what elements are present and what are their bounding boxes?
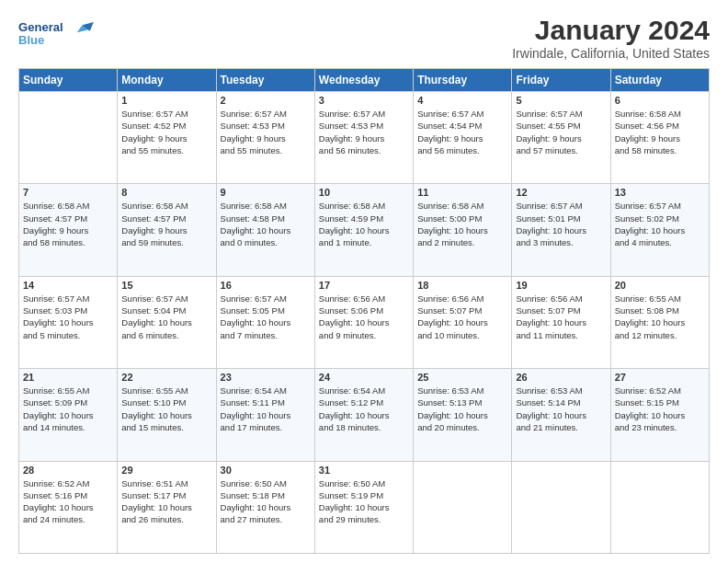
day-number: 7	[23, 187, 113, 198]
svg-text:Blue: Blue	[18, 33, 44, 47]
calendar-cell: 19Sunrise: 6:56 AMSunset: 5:07 PMDayligh…	[512, 276, 610, 368]
calendar-cell: 23Sunrise: 6:54 AMSunset: 5:11 PMDayligh…	[216, 369, 314, 461]
calendar-cell: 7Sunrise: 6:58 AMSunset: 4:57 PMDaylight…	[19, 184, 118, 276]
calendar-week-2: 7Sunrise: 6:58 AMSunset: 4:57 PMDaylight…	[19, 184, 710, 276]
calendar-cell: 26Sunrise: 6:53 AMSunset: 5:14 PMDayligh…	[512, 369, 610, 461]
calendar-cell: 4Sunrise: 6:57 AMSunset: 4:54 PMDaylight…	[414, 92, 512, 184]
day-info: Sunrise: 6:57 AMSunset: 4:53 PMDaylight:…	[319, 108, 409, 156]
day-info: Sunrise: 6:55 AMSunset: 5:08 PMDaylight:…	[615, 293, 705, 341]
calendar-cell: 16Sunrise: 6:57 AMSunset: 5:05 PMDayligh…	[216, 276, 314, 368]
calendar-cell: 14Sunrise: 6:57 AMSunset: 5:03 PMDayligh…	[19, 276, 118, 368]
day-number: 16	[221, 280, 311, 291]
header-wednesday: Wednesday	[314, 69, 413, 92]
day-info: Sunrise: 6:57 AMSunset: 4:53 PMDaylight:…	[221, 108, 311, 156]
calendar-header-row: Sunday Monday Tuesday Wednesday Thursday…	[19, 69, 710, 92]
day-number: 30	[221, 465, 311, 476]
day-info: Sunrise: 6:51 AMSunset: 5:17 PMDaylight:…	[121, 477, 211, 526]
calendar-cell: 3Sunrise: 6:57 AMSunset: 4:53 PMDaylight…	[314, 92, 413, 184]
day-number: 28	[23, 465, 113, 476]
calendar-cell: 9Sunrise: 6:58 AMSunset: 4:58 PMDaylight…	[216, 184, 314, 276]
day-info: Sunrise: 6:57 AMSunset: 4:54 PMDaylight:…	[417, 108, 507, 156]
calendar-cell: 24Sunrise: 6:54 AMSunset: 5:12 PMDayligh…	[314, 369, 413, 461]
day-number: 25	[417, 372, 507, 383]
day-number: 17	[319, 280, 409, 291]
day-number: 29	[121, 465, 211, 476]
day-info: Sunrise: 6:55 AMSunset: 5:09 PMDaylight:…	[23, 385, 113, 433]
calendar-cell: 31Sunrise: 6:50 AMSunset: 5:19 PMDayligh…	[314, 461, 413, 553]
logo: General Blue	[18, 15, 101, 53]
day-number: 12	[516, 187, 606, 198]
day-number: 19	[516, 280, 606, 291]
calendar-week-4: 21Sunrise: 6:55 AMSunset: 5:09 PMDayligh…	[19, 369, 710, 461]
logo-svg: General Blue	[18, 15, 101, 53]
calendar-cell	[610, 461, 709, 553]
day-number: 8	[121, 187, 211, 198]
day-info: Sunrise: 6:54 AMSunset: 5:12 PMDaylight:…	[319, 385, 409, 433]
calendar-subtitle: Irwindale, California, United States	[512, 46, 710, 61]
day-info: Sunrise: 6:57 AMSunset: 5:01 PMDaylight:…	[516, 200, 606, 248]
title-block: January 2024 Irwindale, California, Unit…	[512, 15, 710, 61]
calendar-week-1: 1Sunrise: 6:57 AMSunset: 4:52 PMDaylight…	[19, 92, 710, 184]
svg-text:General: General	[18, 20, 63, 34]
calendar-cell: 27Sunrise: 6:52 AMSunset: 5:15 PMDayligh…	[610, 369, 709, 461]
day-info: Sunrise: 6:57 AMSunset: 5:05 PMDaylight:…	[221, 293, 311, 341]
calendar-cell	[512, 461, 610, 553]
header-thursday: Thursday	[414, 69, 512, 92]
day-number: 13	[615, 187, 705, 198]
calendar-cell: 12Sunrise: 6:57 AMSunset: 5:01 PMDayligh…	[512, 184, 610, 276]
calendar-cell: 28Sunrise: 6:52 AMSunset: 5:16 PMDayligh…	[19, 461, 118, 553]
day-info: Sunrise: 6:53 AMSunset: 5:14 PMDaylight:…	[516, 385, 606, 433]
day-info: Sunrise: 6:57 AMSunset: 5:03 PMDaylight:…	[23, 293, 113, 341]
calendar-cell: 25Sunrise: 6:53 AMSunset: 5:13 PMDayligh…	[414, 369, 512, 461]
header: General Blue January 2024 Irwindale, Cal…	[18, 15, 710, 61]
day-number: 18	[417, 280, 507, 291]
day-info: Sunrise: 6:58 AMSunset: 4:59 PMDaylight:…	[319, 200, 409, 248]
day-number: 11	[417, 187, 507, 198]
header-tuesday: Tuesday	[216, 69, 314, 92]
day-number: 27	[615, 372, 705, 383]
day-info: Sunrise: 6:57 AMSunset: 5:02 PMDaylight:…	[615, 200, 705, 248]
calendar-week-5: 28Sunrise: 6:52 AMSunset: 5:16 PMDayligh…	[19, 461, 710, 553]
day-number: 5	[516, 95, 606, 106]
calendar-cell: 5Sunrise: 6:57 AMSunset: 4:55 PMDaylight…	[512, 92, 610, 184]
day-info: Sunrise: 6:58 AMSunset: 5:00 PMDaylight:…	[417, 200, 507, 248]
day-number: 26	[516, 372, 606, 383]
header-monday: Monday	[118, 69, 216, 92]
calendar-cell	[19, 92, 118, 184]
calendar-cell: 15Sunrise: 6:57 AMSunset: 5:04 PMDayligh…	[118, 276, 216, 368]
day-info: Sunrise: 6:58 AMSunset: 4:56 PMDaylight:…	[615, 108, 705, 156]
day-info: Sunrise: 6:52 AMSunset: 5:15 PMDaylight:…	[615, 385, 705, 433]
day-number: 10	[319, 187, 409, 198]
day-info: Sunrise: 6:52 AMSunset: 5:16 PMDaylight:…	[23, 477, 113, 526]
calendar-cell: 20Sunrise: 6:55 AMSunset: 5:08 PMDayligh…	[610, 276, 709, 368]
day-info: Sunrise: 6:56 AMSunset: 5:07 PMDaylight:…	[516, 293, 606, 341]
day-info: Sunrise: 6:57 AMSunset: 4:52 PMDaylight:…	[121, 108, 211, 156]
day-number: 3	[319, 95, 409, 106]
calendar-cell: 13Sunrise: 6:57 AMSunset: 5:02 PMDayligh…	[610, 184, 709, 276]
calendar-cell: 10Sunrise: 6:58 AMSunset: 4:59 PMDayligh…	[314, 184, 413, 276]
day-number: 1	[121, 95, 211, 106]
day-number: 21	[23, 372, 113, 383]
calendar-title: January 2024	[512, 15, 710, 46]
day-number: 20	[615, 280, 705, 291]
day-number: 2	[221, 95, 311, 106]
calendar-table: Sunday Monday Tuesday Wednesday Thursday…	[18, 68, 710, 554]
calendar-cell: 21Sunrise: 6:55 AMSunset: 5:09 PMDayligh…	[19, 369, 118, 461]
calendar-cell: 18Sunrise: 6:56 AMSunset: 5:07 PMDayligh…	[414, 276, 512, 368]
day-info: Sunrise: 6:58 AMSunset: 4:57 PMDaylight:…	[23, 200, 113, 248]
day-number: 31	[319, 465, 409, 476]
calendar-cell: 30Sunrise: 6:50 AMSunset: 5:18 PMDayligh…	[216, 461, 314, 553]
calendar-cell: 22Sunrise: 6:55 AMSunset: 5:10 PMDayligh…	[118, 369, 216, 461]
day-info: Sunrise: 6:58 AMSunset: 4:58 PMDaylight:…	[221, 200, 311, 248]
day-number: 22	[121, 372, 211, 383]
day-number: 23	[221, 372, 311, 383]
day-info: Sunrise: 6:57 AMSunset: 5:04 PMDaylight:…	[121, 293, 211, 341]
calendar-cell: 29Sunrise: 6:51 AMSunset: 5:17 PMDayligh…	[118, 461, 216, 553]
calendar-cell: 17Sunrise: 6:56 AMSunset: 5:06 PMDayligh…	[314, 276, 413, 368]
day-info: Sunrise: 6:56 AMSunset: 5:06 PMDaylight:…	[319, 293, 409, 341]
day-info: Sunrise: 6:58 AMSunset: 4:57 PMDaylight:…	[121, 200, 211, 248]
header-sunday: Sunday	[19, 69, 118, 92]
day-info: Sunrise: 6:56 AMSunset: 5:07 PMDaylight:…	[417, 293, 507, 341]
calendar-cell: 11Sunrise: 6:58 AMSunset: 5:00 PMDayligh…	[414, 184, 512, 276]
day-number: 6	[615, 95, 705, 106]
